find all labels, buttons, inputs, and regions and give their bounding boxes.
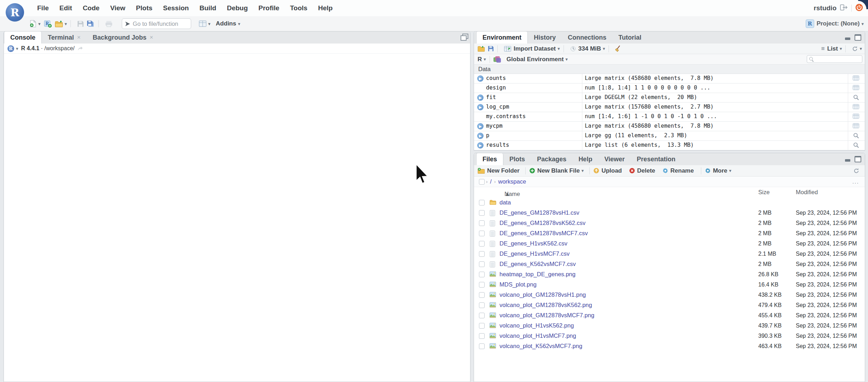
environment-row[interactable]: ▶ my.contrasts num [1:4, 1:6] 1 -1 0 0 1…: [474, 112, 865, 122]
chevron-down-icon[interactable]: ▾: [484, 57, 486, 62]
open-file-button[interactable]: ▾: [55, 21, 67, 27]
file-row[interactable]: volcano_plot_H1vsMCF7.png 390.3 KB Sep 2…: [474, 331, 865, 341]
menu-item[interactable]: File: [32, 4, 54, 12]
files-tab[interactable]: Presentation: [631, 153, 681, 165]
import-dataset-button[interactable]: Import Dataset ▾: [504, 45, 560, 52]
file-checkbox[interactable]: [479, 251, 485, 257]
console-tab[interactable]: Terminal ×: [42, 31, 87, 44]
file-checkbox[interactable]: [479, 313, 485, 318]
expand-arrow-icon[interactable]: ▶: [477, 75, 484, 82]
file-name-link[interactable]: DE_genes_K562vsMCF7.csv: [499, 261, 576, 267]
file-name-link[interactable]: volcano_plot_H1vsK562.png: [499, 322, 574, 329]
menu-item[interactable]: Plots: [131, 4, 158, 12]
path-ellipsis[interactable]: ...: [852, 179, 859, 185]
maximize-icon[interactable]: [855, 156, 861, 162]
breadcrumb-folder[interactable]: workspace: [498, 178, 526, 185]
files-tab[interactable]: Help: [572, 153, 598, 165]
expand-arrow-icon[interactable]: ▶: [477, 104, 484, 110]
file-name-link[interactable]: volcano_plot_GM12878vsH1.png: [499, 291, 586, 298]
environment-row[interactable]: ▶ results Large list (6 elements, 13.3 M…: [474, 141, 865, 150]
file-row[interactable]: DE_genes_GM12878vsH1.csv 2 MB Sep 23, 20…: [474, 208, 865, 218]
project-selector[interactable]: R Project: (None) ▾: [806, 16, 864, 31]
environment-row[interactable]: ▶ design num [1:8, 1:4] 1 1 0 0 0 0 0 0 …: [474, 83, 865, 93]
file-checkbox[interactable]: [479, 302, 485, 308]
file-row[interactable]: data: [474, 198, 865, 208]
environment-row[interactable]: ▶ p Large gg (11 elements, 2.3 MB): [474, 131, 865, 141]
file-checkbox[interactable]: [479, 261, 485, 267]
modified-column-header[interactable]: Modified: [796, 189, 818, 196]
expand-arrow-icon[interactable]: ▶: [477, 142, 484, 149]
file-name-link[interactable]: volcano_plot_GM12878vsMCF7.png: [499, 312, 594, 319]
file-name-link[interactable]: DE_genes_H1vsMCF7.csv: [499, 250, 570, 257]
save-all-button[interactable]: [87, 20, 95, 28]
inspect-icon[interactable]: [853, 94, 859, 100]
file-name-link[interactable]: DE_genes_GM12878vsH1.csv: [499, 209, 579, 216]
environment-tab[interactable]: Tutorial: [612, 31, 647, 44]
menu-item[interactable]: Profile: [253, 4, 285, 12]
close-icon[interactable]: ×: [150, 34, 153, 41]
file-checkbox[interactable]: [479, 231, 485, 236]
file-checkbox[interactable]: [479, 210, 485, 216]
file-checkbox[interactable]: [479, 323, 485, 329]
more-button[interactable]: More ▾: [705, 167, 731, 174]
close-icon[interactable]: ×: [77, 34, 81, 41]
files-tab[interactable]: Viewer: [598, 153, 631, 165]
load-workspace-icon[interactable]: [478, 46, 485, 52]
goto-directory-icon[interactable]: [78, 46, 83, 51]
view-table-icon[interactable]: [853, 123, 859, 128]
new-blank-file-button[interactable]: New Blank File ▾: [529, 167, 584, 174]
file-row[interactable]: heatmap_top_DE_genes.png 26.8 KB Sep 23,…: [474, 270, 865, 280]
file-name-link[interactable]: DE_genes_GM12878vsMCF7.csv: [499, 230, 588, 237]
size-column-header[interactable]: Size: [758, 189, 770, 196]
new-file-button[interactable]: ▾: [30, 20, 41, 28]
menu-item[interactable]: Tools: [285, 4, 313, 12]
environment-row[interactable]: ▶ fit Large DGEGLM (22 elements, 20 MB): [474, 93, 865, 103]
files-tab[interactable]: Plots: [503, 153, 531, 165]
expand-arrow-icon[interactable]: ▶: [477, 133, 484, 139]
print-icon[interactable]: [105, 21, 113, 27]
menu-item[interactable]: Build: [194, 4, 222, 12]
chevron-down-icon[interactable]: ▾: [16, 46, 18, 51]
memory-usage-button[interactable]: 334 MiB ▾: [570, 45, 605, 52]
menu-item[interactable]: Session: [158, 4, 194, 12]
files-tab[interactable]: Packages: [531, 153, 572, 165]
breadcrumb-root[interactable]: /: [490, 178, 492, 185]
refresh-icon[interactable]: ▾: [852, 46, 862, 52]
clear-objects-icon[interactable]: [615, 45, 622, 52]
view-table-icon[interactable]: [853, 104, 859, 109]
file-row[interactable]: DE_genes_GM12878vsK562.csv 2 MB Sep 23, …: [474, 218, 865, 228]
minimize-icon[interactable]: [845, 159, 850, 162]
environment-tab[interactable]: History: [528, 31, 562, 44]
files-tab[interactable]: Files: [476, 153, 503, 165]
environment-row[interactable]: ▶ log_cpm Large matrix (157680 elements,…: [474, 103, 865, 112]
minimize-icon[interactable]: [845, 37, 850, 40]
file-name-link[interactable]: DE_genes_GM12878vsK562.csv: [499, 220, 586, 226]
file-row[interactable]: volcano_plot_H1vsK562.png 439.7 KB Sep 2…: [474, 321, 865, 331]
file-row[interactable]: DE_genes_H1vsMCF7.csv 2.1 MB Sep 23, 202…: [474, 249, 865, 259]
file-name-link[interactable]: volcano_plot_H1vsMCF7.png: [499, 332, 576, 339]
new-project-button[interactable]: R: [44, 19, 52, 28]
working-directory[interactable]: /workspace/: [44, 45, 74, 51]
file-row[interactable]: MDS_plot.png 16.4 KB Sep 23, 2024, 12:56…: [474, 280, 865, 290]
file-checkbox[interactable]: [479, 343, 485, 349]
maximize-icon[interactable]: [461, 35, 467, 41]
inspect-icon[interactable]: [853, 142, 859, 148]
delete-button[interactable]: Delete: [629, 167, 655, 174]
expand-arrow-icon[interactable]: ▶: [477, 94, 484, 101]
environment-tab[interactable]: Environment: [476, 31, 528, 44]
file-row[interactable]: volcano_plot_GM12878vsH1.png 438.2 KB Se…: [474, 290, 865, 300]
view-table-icon[interactable]: [853, 75, 859, 81]
view-table-icon[interactable]: [853, 85, 859, 90]
menu-item[interactable]: Edit: [54, 4, 78, 12]
interpreter-label[interactable]: R: [478, 56, 482, 63]
file-checkbox[interactable]: [479, 241, 485, 247]
expand-arrow-icon[interactable]: ▶: [477, 123, 484, 129]
menu-item[interactable]: Code: [78, 4, 105, 12]
upload-button[interactable]: Upload: [593, 167, 622, 174]
console-tab[interactable]: Console ×: [4, 31, 42, 44]
save-button[interactable]: [77, 21, 84, 27]
addins-button[interactable]: Addins ▾: [213, 20, 240, 27]
sign-out-icon[interactable]: [840, 4, 848, 12]
rename-button[interactable]: Rename: [662, 167, 694, 174]
file-name-link[interactable]: DE_genes_H1vsK562.csv: [499, 240, 567, 247]
